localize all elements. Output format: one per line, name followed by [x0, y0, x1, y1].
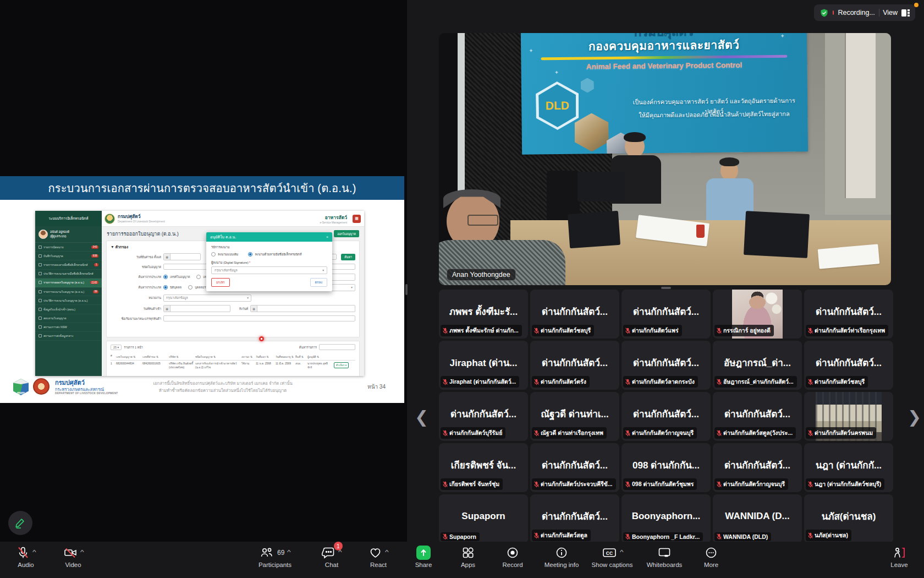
participant-tile[interactable]: ด่านกักกันสัตว์... ด่านกักกันสัตว์ตรัง [530, 341, 619, 390]
participant-tile[interactable]: ด่านกักกันสัตว์... ด่านกักกันสัตว์แพร่ [622, 290, 711, 339]
participant-tile[interactable]: ด่านกักกันสัตว์... ด่านกักกันสัตว์กาญจนบ… [622, 392, 711, 441]
participant-tile[interactable]: ภพพร ตั้งฑีมะรั... ภพพร ตั้งฑีมะรักษ์ ด่… [439, 290, 528, 339]
app-page-action-button[interactable]: ออกใบอนุญาต [334, 230, 359, 237]
filter-label: ค้นหาจากประเภท [111, 275, 161, 279]
participant-tile[interactable]: ด่านกักกันสัตว์... ด่านกักกันสัตว์ลาดกระ… [622, 341, 711, 390]
filter-search-button[interactable]: ค้นหา [341, 254, 355, 260]
mic-muted-icon [534, 328, 539, 334]
app-sidebar-item[interactable]: สถานะการส่งข้อมูลกลาง [35, 332, 102, 341]
grid-prev-page-icon[interactable]: ❮ [411, 408, 432, 426]
participant-tile[interactable]: ด่านกักกันสัตว์... ด่านกักกันสัตว์กาญจนบ… [713, 443, 802, 492]
app-sidebar-item[interactable]: สอบถามใบอนุญาต [35, 314, 102, 323]
modal-cancel-button[interactable]: ยกเลิก [211, 278, 230, 287]
goods-date-to-input[interactable]: ▦ [250, 305, 355, 312]
participants-grid: ภพพร ตั้งฑีมะรั... ภพพร ตั้งฑีมะรักษ์ ด่… [439, 290, 893, 543]
signer-select[interactable]: กรุณาเลือกข้อมูล▾ [211, 266, 327, 274]
vessel-input[interactable] [163, 315, 355, 321]
participant-tile[interactable]: อัษฎากรณ์_ด่า... อัษฎากรณ์_ด่านกักกันสัต… [713, 341, 802, 390]
page-size-select[interactable]: 25 ▾ [111, 345, 122, 350]
table-header-cell[interactable]: ชนิดใบอนุญาต ⇅ [195, 355, 241, 359]
row-options-button[interactable]: ตัวเลือก ▾ [334, 362, 349, 368]
chevron-up-icon[interactable]: ^ [385, 549, 389, 555]
radio-kor-yor[interactable] [196, 275, 201, 279]
table-header-cell[interactable]: วันที่หมดอายุ ⇅ [276, 355, 295, 359]
chevron-up-icon[interactable]: ^ [620, 549, 624, 555]
goods-date-input[interactable]: ▦ [163, 305, 230, 312]
table-header-cell[interactable]: เลขที่คำขอ ⇅ [142, 355, 169, 359]
participant-tile[interactable]: WANNIDA (D... WANNIDA (DLD) [713, 494, 802, 543]
participant-tile[interactable]: นฎา (ด่านกักกั... นฎา (ด่านกักกันสัตว์ชล… [804, 443, 893, 492]
table-header-cell[interactable]: ยื่นที่ ⇅ [295, 355, 307, 359]
table-header-cell[interactable]: # [111, 355, 116, 359]
radio-sign-digital[interactable] [248, 252, 252, 257]
panel-resize-handle[interactable] [405, 284, 408, 295]
modal-close-icon[interactable]: × [326, 235, 328, 239]
participant-tile[interactable]: ด่านกักกันสัตว์... ด่านกักกันสัตว์สตูล [530, 494, 619, 543]
chevron-up-icon[interactable]: ^ [80, 549, 84, 555]
participant-tile[interactable]: เกียรติพชร์ จัน... เกียรติพชร์ จันทร์ชุ่… [439, 443, 528, 492]
toolbar-more-button[interactable]: More [683, 545, 740, 568]
app-sidebar-item[interactable]: รายการรอลงลายมือชื่ออิเล็กทรอนิกส์1 [35, 260, 102, 269]
recording-label[interactable]: Recording... [838, 9, 875, 17]
participant-name: เกียรติพชร์ จัน... [451, 457, 516, 472]
speaker-video[interactable]: กรมปศุสัตว์ กองควบคุมอาหารและยาสัตว์ Ani… [439, 33, 891, 285]
radio-permit-no[interactable] [163, 275, 168, 279]
toolbar-label: Audio [18, 561, 34, 568]
participant-tile[interactable]: ด่านกักกันสัตว์... ด่านกักกันสัตว์ชลบุรี [530, 290, 619, 339]
toolbar-video-button[interactable]: ^ Video [45, 545, 102, 568]
chevron-up-icon[interactable]: ^ [32, 549, 36, 555]
toolbar-leave-button[interactable]: Leave [871, 545, 924, 568]
toolbar-participants-button[interactable]: 69^ Participants [246, 545, 304, 568]
table-row[interactable]: 1682600044834684260001605บริษัท เกบิน อิ… [111, 361, 355, 371]
table-header-cell[interactable]: วันที่ออก ⇅ [256, 355, 276, 359]
app-sidebar-item[interactable]: บันทึกใบอนุญาต938 [35, 252, 102, 260]
participant-tile[interactable]: Jiraphat (ด่าน... Jiraphat (ด่านกักกันสั… [439, 341, 528, 390]
grid-next-page-icon[interactable]: ❯ [904, 408, 924, 426]
participant-tile[interactable]: นภัส(ด่านชล) นภัส(ด่านชล) [804, 494, 893, 543]
table-header-cell[interactable]: บริษัท ⇅ [169, 355, 195, 359]
participant-name-tag: 098 ด่านกักกันสัตว์ชุมพร [623, 478, 697, 490]
participant-name-tag: ด่านกักกันสัตว์แพร่ [623, 325, 682, 336]
video-resize-handle[interactable] [661, 287, 671, 289]
toolbar-meeting-info-button[interactable]: Meeting info [533, 545, 590, 568]
app-sidebar-item[interactable]: ข้อมูลใบแจ้งนำเข้า (ตอน.) [35, 305, 102, 314]
annotate-button[interactable] [8, 511, 32, 535]
app-sidebar-item[interactable]: รายการรอออกใบอนุญาต (ต.อ.น.)2165 [35, 279, 102, 287]
participant-tile[interactable]: กรรณิการ์ อยู่ทองดี [713, 290, 802, 339]
radio-person[interactable] [188, 285, 193, 290]
table-header-cell[interactable]: สถานะ ⇅ [241, 355, 256, 359]
table-header-row: #เลขใบอนุญาต ⇅เลขที่คำขอ ⇅บริษัท ⇅ชนิดใบ… [111, 352, 355, 361]
participant-tile[interactable]: ด่านกักกันสัตว์... ด่านกักกันสัตว์บุรีรั… [439, 392, 528, 441]
app-menu-icon[interactable]: ▦ [353, 215, 361, 223]
app-sidebar-item[interactable]: รายการนัดหมาย343 [35, 243, 102, 252]
agency-select[interactable]: กรุณาเลือกข้อมูล▾ [163, 295, 251, 302]
view-button[interactable]: View [883, 9, 898, 17]
participant-tile[interactable]: 098 ด่านกักกัน... 098 ด่านกักกันสัตว์ชุม… [622, 443, 711, 492]
security-shield-icon[interactable] [820, 8, 829, 18]
table-header-cell[interactable]: เลขใบอนุญาต ⇅ [116, 355, 142, 359]
table-cell: 11 ธ.ค. 2568 [256, 362, 276, 366]
app-sidebar-item[interactable]: รายการลงนามใบอนุญาต (ต.อ.น.)39 [35, 287, 102, 296]
radio-juristic[interactable] [163, 285, 168, 290]
participant-tile[interactable]: ด่านกักกันสัตว์... ด่านกักกันสัตว์ประจวบ… [530, 443, 619, 492]
participant-tile[interactable]: ด่านกักกันสัตว์... ด่านกักกันสัตว์สตูล(ว… [713, 392, 802, 441]
participant-tile[interactable]: ด่านกักกันสัตว์... ด่านกักกันสัตว์ท่าเรื… [804, 290, 893, 339]
participant-name-tag: WANNIDA (DLD) [714, 532, 771, 541]
table-header-cell[interactable]: ผู้อนุมัติ ⇅ [307, 355, 334, 359]
participant-tile[interactable]: Supaporn Supaporn [439, 494, 528, 543]
toolbar-show-captions-button[interactable]: CC^ Show captions [584, 545, 641, 568]
app-sidebar-item[interactable]: ประวัติการลงนามลายมือชื่ออิเล็กทรอนิกส์ [35, 270, 102, 279]
chevron-up-icon[interactable]: ^ [287, 549, 291, 555]
modal-ok-button[interactable]: ตกลง [310, 278, 327, 287]
participant-tile[interactable]: Boonyaphorn... Boonyaphorn _F Ladkr... [622, 494, 711, 543]
view-layout-icon[interactable] [901, 9, 910, 17]
participant-tile[interactable]: ด่านกักกันสัตว์... ด่านกักกันสัตว์ชลบุรี [804, 341, 893, 390]
participant-tile[interactable]: ณัฐวดี ด่านท่าเ... ณัฐวดี ด่านท่าเรือกรุ… [530, 392, 619, 441]
app-user-name: อนันต์ อยู่ทองดี [50, 230, 69, 233]
table-search-input[interactable] [319, 344, 355, 350]
app-sidebar-item[interactable]: ประวัติการลงนามใบอนุญาต (ต.อ.น.) [35, 296, 102, 305]
radio-sign-old[interactable] [211, 252, 216, 257]
participant-tile[interactable]: ด่านกักกันสัตว์นครพนม [804, 392, 893, 441]
date-input[interactable]: ▦ [163, 253, 201, 260]
app-sidebar-item[interactable]: สถานะการส่ง NSW [35, 323, 102, 332]
